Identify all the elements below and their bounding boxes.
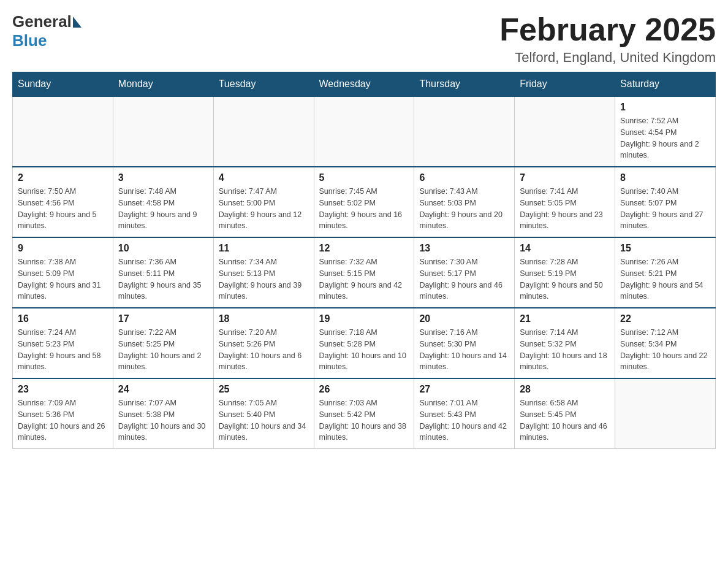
calendar-cell: 12Sunrise: 7:32 AMSunset: 5:15 PMDayligh… (314, 237, 414, 308)
calendar-cell: 16Sunrise: 7:24 AMSunset: 5:23 PMDayligh… (13, 308, 113, 378)
day-info: Sunrise: 7:01 AMSunset: 5:43 PMDaylight:… (419, 397, 509, 443)
day-number: 3 (118, 172, 208, 183)
day-number: 11 (219, 243, 309, 254)
calendar-cell: 21Sunrise: 7:14 AMSunset: 5:32 PMDayligh… (515, 308, 615, 378)
weekday-header-sunday: Sunday (13, 72, 113, 97)
calendar-cell: 22Sunrise: 7:12 AMSunset: 5:34 PMDayligh… (615, 308, 716, 378)
location-text: Telford, England, United Kingdom (499, 50, 716, 66)
day-number: 18 (219, 313, 309, 324)
calendar-cell: 17Sunrise: 7:22 AMSunset: 5:25 PMDayligh… (113, 308, 213, 378)
calendar-cell: 14Sunrise: 7:28 AMSunset: 5:19 PMDayligh… (515, 237, 615, 308)
logo: General Blue (12, 12, 82, 50)
calendar-cell: 18Sunrise: 7:20 AMSunset: 5:26 PMDayligh… (213, 308, 314, 378)
day-number: 5 (319, 172, 409, 183)
calendar-cell (515, 96, 615, 167)
calendar-cell: 2Sunrise: 7:50 AMSunset: 4:56 PMDaylight… (13, 167, 113, 237)
week-row-5: 23Sunrise: 7:09 AMSunset: 5:36 PMDayligh… (13, 378, 716, 449)
day-info: Sunrise: 7:38 AMSunset: 5:09 PMDaylight:… (18, 256, 108, 302)
weekday-header-thursday: Thursday (414, 72, 515, 97)
day-number: 2 (18, 172, 108, 183)
day-number: 6 (419, 172, 509, 183)
calendar-cell (13, 96, 113, 167)
day-info: Sunrise: 7:32 AMSunset: 5:15 PMDaylight:… (319, 256, 409, 302)
calendar-cell: 6Sunrise: 7:43 AMSunset: 5:03 PMDaylight… (414, 167, 515, 237)
calendar-cell: 1Sunrise: 7:52 AMSunset: 4:54 PMDaylight… (615, 96, 716, 167)
day-info: Sunrise: 7:28 AMSunset: 5:19 PMDaylight:… (520, 256, 610, 302)
day-number: 10 (118, 243, 208, 254)
week-row-3: 9Sunrise: 7:38 AMSunset: 5:09 PMDaylight… (13, 237, 716, 308)
calendar-cell: 15Sunrise: 7:26 AMSunset: 5:21 PMDayligh… (615, 237, 716, 308)
day-info: Sunrise: 7:09 AMSunset: 5:36 PMDaylight:… (18, 397, 108, 443)
day-number: 23 (18, 384, 108, 395)
week-row-1: 1Sunrise: 7:52 AMSunset: 4:54 PMDaylight… (13, 96, 716, 167)
day-number: 1 (620, 102, 710, 113)
day-info: Sunrise: 7:05 AMSunset: 5:40 PMDaylight:… (219, 397, 309, 443)
day-number: 20 (419, 313, 509, 324)
day-number: 21 (520, 313, 610, 324)
day-number: 13 (419, 243, 509, 254)
day-info: Sunrise: 7:22 AMSunset: 5:25 PMDaylight:… (118, 327, 208, 373)
day-info: Sunrise: 7:36 AMSunset: 5:11 PMDaylight:… (118, 256, 208, 302)
day-number: 17 (118, 313, 208, 324)
calendar-cell: 3Sunrise: 7:48 AMSunset: 4:58 PMDaylight… (113, 167, 213, 237)
calendar-cell: 27Sunrise: 7:01 AMSunset: 5:43 PMDayligh… (414, 378, 515, 449)
day-info: Sunrise: 7:07 AMSunset: 5:38 PMDaylight:… (118, 397, 208, 443)
day-number: 12 (319, 243, 409, 254)
day-info: Sunrise: 7:14 AMSunset: 5:32 PMDaylight:… (520, 327, 610, 373)
calendar-cell: 20Sunrise: 7:16 AMSunset: 5:30 PMDayligh… (414, 308, 515, 378)
week-row-4: 16Sunrise: 7:24 AMSunset: 5:23 PMDayligh… (13, 308, 716, 378)
day-number: 26 (319, 384, 409, 395)
day-number: 27 (419, 384, 509, 395)
calendar-cell: 28Sunrise: 6:58 AMSunset: 5:45 PMDayligh… (515, 378, 615, 449)
calendar-cell: 13Sunrise: 7:30 AMSunset: 5:17 PMDayligh… (414, 237, 515, 308)
day-info: Sunrise: 7:03 AMSunset: 5:42 PMDaylight:… (319, 397, 409, 443)
weekday-header-wednesday: Wednesday (314, 72, 414, 97)
title-section: February 2025 Telford, England, United K… (499, 12, 716, 66)
day-number: 28 (520, 384, 610, 395)
day-info: Sunrise: 7:12 AMSunset: 5:34 PMDaylight:… (620, 327, 710, 373)
weekday-header-monday: Monday (113, 72, 213, 97)
logo-blue-text: Blue (12, 31, 82, 50)
weekday-header-saturday: Saturday (615, 72, 716, 97)
logo-general-text: General (12, 12, 72, 31)
calendar-cell (113, 96, 213, 167)
weekday-header-friday: Friday (515, 72, 615, 97)
calendar-cell (213, 96, 314, 167)
day-info: Sunrise: 7:24 AMSunset: 5:23 PMDaylight:… (18, 327, 108, 373)
calendar-cell: 25Sunrise: 7:05 AMSunset: 5:40 PMDayligh… (213, 378, 314, 449)
day-number: 24 (118, 384, 208, 395)
day-number: 22 (620, 313, 710, 324)
calendar-cell: 8Sunrise: 7:40 AMSunset: 5:07 PMDaylight… (615, 167, 716, 237)
day-info: Sunrise: 7:50 AMSunset: 4:56 PMDaylight:… (18, 186, 108, 232)
calendar-cell (615, 378, 716, 449)
day-info: Sunrise: 7:40 AMSunset: 5:07 PMDaylight:… (620, 186, 710, 232)
calendar-cell: 23Sunrise: 7:09 AMSunset: 5:36 PMDayligh… (13, 378, 113, 449)
day-number: 14 (520, 243, 610, 254)
calendar-cell: 11Sunrise: 7:34 AMSunset: 5:13 PMDayligh… (213, 237, 314, 308)
logo-chevron-icon (73, 17, 82, 28)
day-number: 15 (620, 243, 710, 254)
calendar-cell: 26Sunrise: 7:03 AMSunset: 5:42 PMDayligh… (314, 378, 414, 449)
day-number: 9 (18, 243, 108, 254)
day-info: Sunrise: 7:34 AMSunset: 5:13 PMDaylight:… (219, 256, 309, 302)
day-number: 7 (520, 172, 610, 183)
day-info: Sunrise: 7:47 AMSunset: 5:00 PMDaylight:… (219, 186, 309, 232)
calendar-cell: 24Sunrise: 7:07 AMSunset: 5:38 PMDayligh… (113, 378, 213, 449)
day-info: Sunrise: 6:58 AMSunset: 5:45 PMDaylight:… (520, 397, 610, 443)
day-number: 19 (319, 313, 409, 324)
day-info: Sunrise: 7:41 AMSunset: 5:05 PMDaylight:… (520, 186, 610, 232)
day-number: 16 (18, 313, 108, 324)
day-info: Sunrise: 7:18 AMSunset: 5:28 PMDaylight:… (319, 327, 409, 373)
calendar-cell: 7Sunrise: 7:41 AMSunset: 5:05 PMDaylight… (515, 167, 615, 237)
day-number: 25 (219, 384, 309, 395)
calendar-cell: 19Sunrise: 7:18 AMSunset: 5:28 PMDayligh… (314, 308, 414, 378)
page-header: General Blue February 2025 Telford, Engl… (12, 12, 716, 66)
week-row-2: 2Sunrise: 7:50 AMSunset: 4:56 PMDaylight… (13, 167, 716, 237)
day-info: Sunrise: 7:43 AMSunset: 5:03 PMDaylight:… (419, 186, 509, 232)
day-info: Sunrise: 7:26 AMSunset: 5:21 PMDaylight:… (620, 256, 710, 302)
day-info: Sunrise: 7:48 AMSunset: 4:58 PMDaylight:… (118, 186, 208, 232)
day-info: Sunrise: 7:30 AMSunset: 5:17 PMDaylight:… (419, 256, 509, 302)
calendar-table: SundayMondayTuesdayWednesdayThursdayFrid… (12, 72, 716, 449)
month-title: February 2025 (499, 12, 716, 47)
day-info: Sunrise: 7:20 AMSunset: 5:26 PMDaylight:… (219, 327, 309, 373)
